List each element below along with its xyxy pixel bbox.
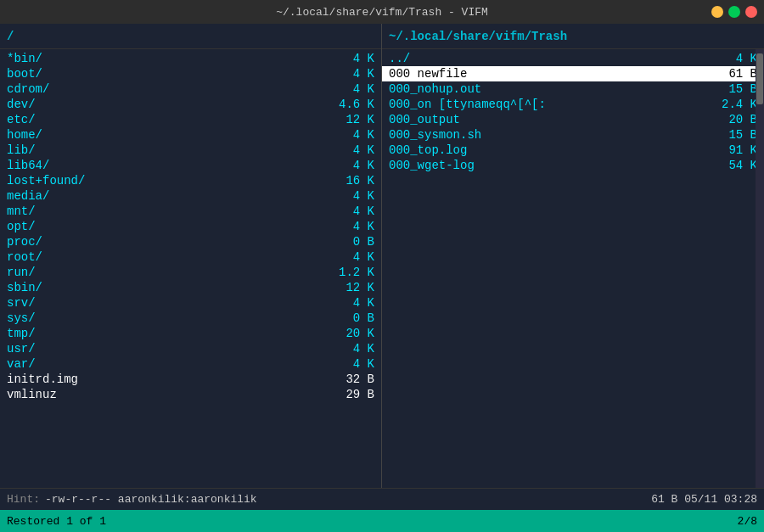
list-item[interactable]: 000_sysmon.sh15 B [382,127,764,143]
list-item[interactable]: 000_nohup.out15 B [382,81,764,97]
file-name: sbin/ [7,281,323,294]
list-item[interactable]: 000_output20 B [382,112,764,127]
file-size: 4 K [323,250,374,264]
list-item[interactable]: run/1.2 K [0,265,381,280]
list-item[interactable]: sys/0 B [0,311,381,326]
window-controls [711,6,757,18]
list-item[interactable]: tmp/20 K [0,326,381,341]
file-size: 12 K [323,281,374,294]
close-button[interactable] [745,6,757,18]
left-pane: / *bin/4 Kboot/4 Kcdrom/4 Kdev/4.6 Ketc/… [0,24,382,488]
minimize-button[interactable] [711,6,723,18]
file-name: srv/ [7,296,323,310]
file-name: sys/ [7,311,323,325]
right-pane-header: ~/.local/share/vifm/Trash [382,24,764,49]
list-item[interactable]: initrd.img32 B [0,372,381,387]
window-title: ~/.local/share/vifm/Trash - VIFM [276,6,488,19]
file-name: opt/ [7,220,323,233]
list-item[interactable]: opt/4 K [0,219,381,234]
file-name: vmlinuz [7,388,323,401]
maximize-button[interactable] [728,6,740,18]
file-name: 000 newfile [389,67,706,81]
file-name: lost+found/ [7,174,323,188]
list-item[interactable]: cdrom/4 K [0,81,381,97]
file-size: 20 K [323,327,374,340]
title-bar: ~/.local/share/vifm/Trash - VIFM [0,0,764,24]
hint-label: Hint: [7,493,40,506]
main-content: / *bin/4 Kboot/4 Kcdrom/4 Kdev/4.6 Ketc/… [0,24,764,488]
list-item[interactable]: etc/12 K [0,112,381,127]
hint-content: -rw-r--r-- aaronkilik:aaronkilik [45,493,257,506]
file-size: 4 K [323,189,374,203]
file-name: 000_nohup.out [389,82,706,96]
file-name: etc/ [7,113,323,126]
list-item[interactable]: 000 newfile61 B [382,66,764,81]
file-name: lib64/ [7,159,323,172]
list-item[interactable]: mnt/4 K [0,204,381,219]
list-item[interactable]: root/4 K [0,249,381,265]
file-name: 000_top.log [389,143,706,157]
file-size: 16 K [323,174,374,188]
file-name: initrd.img [7,372,323,386]
file-size: 4 K [323,159,374,172]
file-size: 4 K [323,342,374,356]
list-item[interactable]: usr/4 K [0,341,381,356]
list-item[interactable]: 000_top.log91 K [382,143,764,158]
file-size: 4 K [323,52,374,65]
file-name: media/ [7,189,323,203]
file-name: lib/ [7,143,323,157]
file-size: 4 K [323,296,374,310]
file-size: 61 B [706,67,757,81]
file-size: 4 K [323,143,374,157]
list-item[interactable]: 000_on [ttynameqq^[^[:2.4 K [382,97,764,112]
file-name: dev/ [7,98,323,111]
file-name: *bin/ [7,52,323,65]
file-name: 000_on [ttynameqq^[^[: [389,98,706,111]
file-name: root/ [7,250,323,264]
list-item[interactable]: dev/4.6 K [0,97,381,112]
list-item[interactable]: ../4 K [382,51,764,66]
list-item[interactable]: media/4 K [0,188,381,204]
list-item[interactable]: lib64/4 K [0,158,381,173]
list-item[interactable]: srv/4 K [0,295,381,311]
file-size: 15 B [706,82,757,96]
file-name: run/ [7,266,323,279]
file-size: 4 K [323,220,374,233]
file-size: 29 B [323,388,374,401]
file-name: var/ [7,357,323,371]
list-item[interactable]: lost+found/16 K [0,173,381,188]
file-size: 32 B [323,372,374,386]
left-file-list[interactable]: *bin/4 Kboot/4 Kcdrom/4 Kdev/4.6 Ketc/12… [0,49,381,488]
file-name: mnt/ [7,204,323,218]
list-item[interactable]: proc/0 B [0,234,381,249]
status-text: Restored 1 of 1 [7,515,106,528]
hint-bar: Hint: -rw-r--r-- aaronkilik:aaronkilik 6… [0,488,764,510]
list-item[interactable]: var/4 K [0,356,381,372]
list-item[interactable]: 000_wget-log54 K [382,158,764,173]
file-size: 15 B [706,128,757,142]
file-size: 4 K [323,204,374,218]
scrollbar[interactable] [756,49,764,488]
file-name: boot/ [7,67,323,81]
list-item[interactable]: boot/4 K [0,66,381,81]
file-size: 12 K [323,113,374,126]
file-size: 4 K [323,67,374,81]
file-size: 1.2 K [323,266,374,279]
file-name: tmp/ [7,327,323,340]
list-item[interactable]: vmlinuz29 B [0,387,381,402]
list-item[interactable]: sbin/12 K [0,280,381,295]
file-size: 4 K [323,128,374,142]
list-item[interactable]: lib/4 K [0,143,381,158]
file-name: cdrom/ [7,82,323,96]
file-name: 000_sysmon.sh [389,128,706,142]
right-file-list[interactable]: ../4 K000 newfile61 B000_nohup.out15 B00… [382,49,764,488]
list-item[interactable]: home/4 K [0,127,381,143]
file-size: 4 K [706,52,757,65]
file-size: 4 K [323,357,374,371]
file-size: 54 K [706,159,757,172]
file-name: home/ [7,128,323,142]
file-size: 0 B [323,311,374,325]
file-size: 4 K [323,82,374,96]
list-item[interactable]: *bin/4 K [0,51,381,66]
file-size: 20 B [706,113,757,126]
